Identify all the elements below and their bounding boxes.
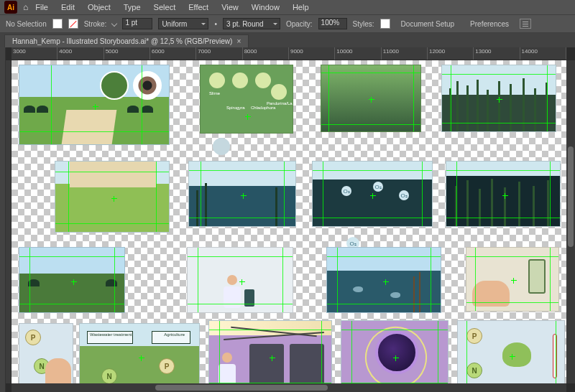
workspace: 3000 4000 5000 6000 7000 8000 9000 10000…: [0, 47, 575, 392]
scrollbar-thumb[interactable]: [155, 385, 328, 391]
artboard-reed-pond[interactable]: [188, 161, 296, 227]
artboard-globe[interactable]: [341, 320, 448, 392]
oxygen-bubble: O₂: [373, 182, 383, 192]
menu-help[interactable]: Help: [287, 1, 315, 13]
ruler-tick: 9000: [290, 48, 303, 55]
align-to-icon[interactable]: [520, 19, 531, 29]
opacity-input[interactable]: 100%: [318, 18, 347, 29]
ruler-horizontal[interactable]: 3000 4000 5000 6000 7000 8000 9000 10000…: [12, 47, 566, 60]
document-setup-button[interactable]: Document Setup: [396, 18, 460, 30]
canvas[interactable]: 3000 4000 5000 6000 7000 8000 9000 10000…: [6, 47, 575, 392]
algae-label: Spirogyra: [226, 106, 245, 110]
ruler-tick: 10000: [336, 48, 352, 55]
document-tab-title: Hannah_Kemp - Illustrated Storyboards.ai…: [12, 37, 232, 45]
ruler-tick: 7000: [198, 48, 211, 55]
nitrogen-badge: N: [101, 368, 117, 384]
ruler-tick: 5000: [106, 48, 119, 55]
oxygen-bubble: O₂: [399, 190, 409, 200]
fill-swatch[interactable]: [52, 19, 63, 29]
graphic-style-swatch[interactable]: [380, 19, 390, 29]
artboard-algae-types[interactable]: Slime Spirogyra Chladophora Pandorina/La…: [200, 65, 293, 134]
artboard-wastewater-agri[interactable]: Wastewater treatment Agriculture P N: [79, 323, 200, 391]
ruler-tick: 8000: [244, 48, 257, 55]
menu-select[interactable]: Select: [148, 1, 182, 13]
menu-object[interactable]: Object: [82, 1, 116, 13]
loose-circle[interactable]: [213, 138, 230, 155]
artboard-wetland[interactable]: [19, 247, 125, 313]
stroke-label: Stroke:: [84, 20, 107, 28]
artboard-light-rays[interactable]: [321, 65, 421, 132]
artboard-oxygen-bubbles[interactable]: O₂ O₂ O₂: [312, 161, 433, 227]
stroke-weight-input[interactable]: 1 pt: [122, 18, 152, 29]
menu-effect[interactable]: Effect: [183, 1, 214, 13]
menu-bar: Ai ⌂ File Edit Object Type Select Effect…: [0, 0, 575, 14]
tool-strip[interactable]: [0, 47, 6, 392]
preferences-button[interactable]: Preferences: [465, 18, 514, 30]
artboard-hand-pn[interactable]: P N: [19, 323, 73, 391]
phosphorus-badge: P: [25, 330, 41, 345]
menu-window[interactable]: Window: [246, 1, 285, 13]
opacity-label: Opacity:: [286, 20, 313, 28]
scrollbar-vertical[interactable]: [566, 60, 575, 383]
phosphorus-badge: P: [466, 328, 482, 344]
nitrogen-badge: N: [466, 363, 482, 378]
control-bar: No Selection Stroke: 1 pt Uniform • 3 pt…: [0, 14, 575, 33]
ruler-tick: 14000: [522, 48, 538, 55]
artboard-dense-weeds[interactable]: [441, 65, 556, 132]
ruler-tick: 6000: [152, 48, 165, 55]
app-window: Ai ⌂ File Edit Object Type Select Effect…: [0, 0, 575, 392]
artboard-pond-fish[interactable]: [326, 247, 441, 313]
stroke-profile-dropdown[interactable]: Uniform: [158, 18, 208, 29]
artboard-lab-machines[interactable]: [208, 320, 332, 392]
artboard-lake-eyes[interactable]: [19, 65, 170, 145]
brush-definition-dropdown[interactable]: 3 pt. Round: [223, 18, 280, 29]
document-tab[interactable]: Hannah_Kemp - Illustrated Storyboards.ai…: [4, 34, 249, 47]
ruler-tick: 3000: [13, 48, 26, 55]
ruler-vertical[interactable]: [6, 60, 12, 383]
ruler-tick: 12000: [429, 48, 445, 55]
artboard-scientist-microscope[interactable]: [187, 247, 293, 313]
close-tab-icon[interactable]: ×: [236, 37, 241, 45]
artboard-dock-algae[interactable]: [55, 161, 170, 233]
wastewater-label: Wastewater treatment: [90, 332, 132, 337]
app-logo[interactable]: Ai: [4, 1, 17, 14]
scrollbar-horizontal[interactable]: [12, 383, 566, 392]
ruler-tick: 11000: [383, 48, 399, 55]
styles-label: Styles:: [353, 20, 374, 28]
stroke-swatch[interactable]: [68, 19, 78, 29]
algae-label: Slime: [209, 91, 220, 95]
ruler-tick: 13000: [475, 48, 491, 55]
menu-file[interactable]: File: [29, 1, 54, 13]
agriculture-label: Agriculture: [164, 332, 185, 337]
artboards-layer[interactable]: Slime Spirogyra Chladophora Pandorina/La…: [19, 60, 566, 383]
document-tab-bar: Hannah_Kemp - Illustrated Storyboards.ai…: [0, 33, 575, 47]
artboard-hand-jar[interactable]: [466, 247, 559, 312]
algae-label: Pandorina/Lactu: [267, 101, 293, 106]
phosphorus-badge: P: [159, 358, 175, 374]
stroke-stepper[interactable]: [111, 21, 117, 27]
ruler-tick: 4000: [59, 48, 72, 55]
menu-view[interactable]: View: [216, 1, 244, 13]
algae-label: Chladophora: [251, 106, 275, 110]
scrollbar-thumb[interactable]: [568, 146, 574, 247]
selection-indicator: No Selection: [6, 20, 47, 28]
menu-type[interactable]: Type: [118, 1, 147, 13]
home-icon[interactable]: ⌂: [23, 2, 28, 12]
artboard-dark-weeds[interactable]: [446, 161, 561, 227]
bullet-sep: •: [214, 20, 217, 28]
artboard-pn-lettuce[interactable]: P N: [457, 320, 565, 391]
menu-edit[interactable]: Edit: [55, 1, 80, 13]
oxygen-bubble: O₂: [341, 186, 351, 196]
